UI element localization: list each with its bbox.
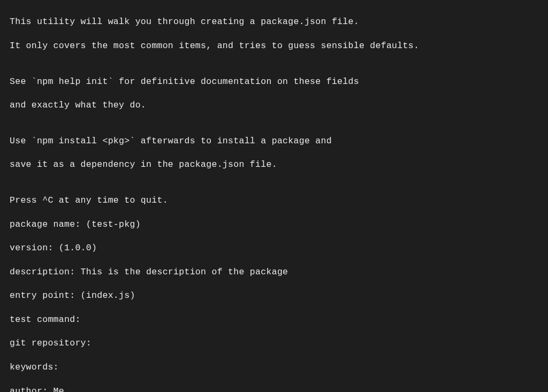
terminal-output[interactable]: This utility will walk you through creat… <box>10 4 538 392</box>
intro-line-5: Use `npm install <pkg>` afterwards to in… <box>10 135 538 147</box>
prompt-git-repository: git repository: <box>10 337 538 349</box>
intro-line-3: See `npm help init` for definitive docum… <box>10 76 538 88</box>
intro-line-6: save it as a dependency in the package.j… <box>10 159 538 171</box>
intro-line-2: It only covers the most common items, an… <box>10 40 538 52</box>
prompt-author: author: Me <box>10 386 538 393</box>
prompt-keywords: keywords: <box>10 362 538 373</box>
prompt-entry-point: entry point: (index.js) <box>10 290 538 302</box>
intro-line-4: and exactly what they do. <box>10 99 538 111</box>
prompt-test-command: test command: <box>10 314 538 326</box>
prompt-package-name: package name: (test-pkg) <box>10 219 538 230</box>
prompt-version: version: (1.0.0) <box>10 242 538 254</box>
prompt-description: description: This is the description of … <box>10 266 538 278</box>
intro-line-1: This utility will walk you through creat… <box>10 16 538 28</box>
intro-line-7: Press ^C at any time to quit. <box>10 195 538 206</box>
